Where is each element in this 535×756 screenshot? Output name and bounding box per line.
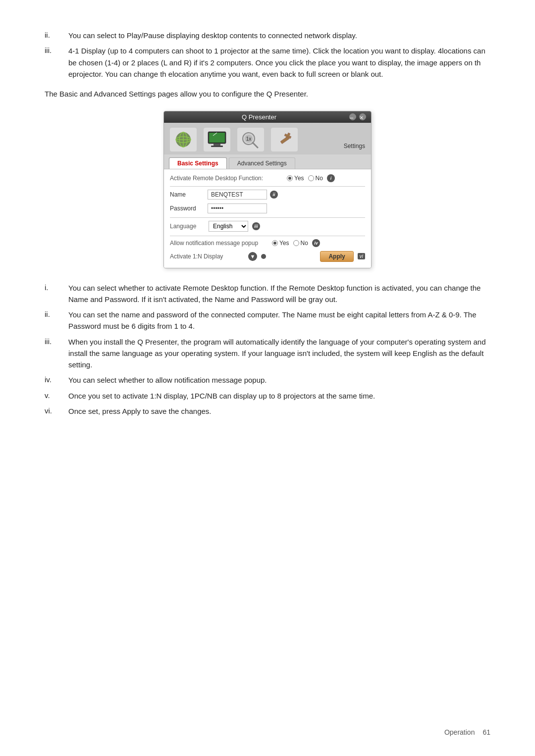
qp-notification-no-radio[interactable]: No xyxy=(293,240,308,247)
list-item-iii: iii. 4-1 Display (up to 4 computers can … xyxy=(45,45,490,80)
radio-yes-circle xyxy=(287,175,293,181)
apply-button[interactable]: Apply xyxy=(320,251,353,262)
qp-password-input[interactable] xyxy=(208,203,267,213)
qp-name-row: Name ii xyxy=(170,190,365,200)
bottom-text-i: You can select whether to activate Remot… xyxy=(68,282,490,305)
vi-badge: vi xyxy=(358,253,365,259)
name-info-badge: ii xyxy=(270,191,278,199)
qp-notification-label: Allow notification message popup xyxy=(170,240,269,247)
qp-activate-label: Activate 1:N Display xyxy=(170,253,244,260)
bottom-text-v: Once you set to activate 1:N display, 1P… xyxy=(68,390,490,402)
qpresenter-wrapper: Q Presenter – × xyxy=(45,111,490,268)
bottom-text-iv: You can select whether to allow notifica… xyxy=(68,374,490,386)
qp-notification-row: Allow notification message popup Yes No … xyxy=(170,239,365,247)
radio-no-circle xyxy=(308,175,314,181)
qp-remote-label: Activate Remote Desktop Function: xyxy=(170,175,284,182)
qp-remote-yes-radio[interactable]: Yes xyxy=(287,175,304,182)
qp-minimize-btn[interactable]: – xyxy=(349,113,356,120)
qp-tool-network-icon[interactable] xyxy=(170,128,197,151)
qp-remote-no-radio[interactable]: No xyxy=(308,175,323,182)
list-label-ii: ii. xyxy=(45,30,68,41)
qp-divider-2 xyxy=(170,217,365,218)
qp-remote-desktop-row: Activate Remote Desktop Function: Yes No… xyxy=(170,174,365,182)
svg-rect-14 xyxy=(280,136,289,144)
svg-rect-8 xyxy=(211,146,223,147)
list-text-ii: You can select to Play/Pause displaying … xyxy=(68,30,490,41)
qp-toolbar: 1x Settings xyxy=(164,123,371,154)
qp-activate-row: Activate 1:N Display ▼ Apply vi xyxy=(170,251,365,262)
qp-tool-zoom-icon[interactable]: 1x xyxy=(237,128,264,151)
bottom-list: i. You can select whether to activate Re… xyxy=(45,282,490,417)
bottom-label-v: v. xyxy=(45,390,68,402)
remote-info-badge: i xyxy=(327,174,335,182)
qp-password-label: Password xyxy=(170,205,205,212)
page-footer: Operation 61 xyxy=(444,728,490,736)
bottom-list-item-ii: ii. You can set the name and password of… xyxy=(45,309,490,332)
bottom-label-vi: vi. xyxy=(45,405,68,417)
bottom-label-iii: iii. xyxy=(45,336,68,371)
bottom-label-ii: ii. xyxy=(45,309,68,332)
footer-operation-label: Operation xyxy=(444,728,475,736)
tab-advanced-settings[interactable]: Advanced Settings xyxy=(229,157,295,169)
qp-name-label: Name xyxy=(170,191,205,198)
qp-titlebar: Q Presenter – × xyxy=(164,111,371,123)
bottom-label-iv: iv. xyxy=(45,374,68,386)
svg-line-12 xyxy=(253,143,258,148)
qp-settings-label: Settings xyxy=(344,143,365,151)
svg-text:1x: 1x xyxy=(246,136,252,142)
qp-remote-radio-group: Yes No i xyxy=(287,174,335,182)
qp-divider-3 xyxy=(170,236,365,236)
qp-titlebar-buttons: – × xyxy=(349,113,366,120)
bottom-label-i: i. xyxy=(45,282,68,305)
bottom-list-item-iii: iii. When you install the Q Presenter, t… xyxy=(45,336,490,371)
footer-page-number: 61 xyxy=(482,728,490,736)
bottom-list-item-iv: iv. You can select whether to allow noti… xyxy=(45,374,490,386)
qp-name-input[interactable] xyxy=(208,190,267,200)
list-label-iii: iii. xyxy=(45,45,68,80)
qp-title: Q Presenter xyxy=(169,113,349,121)
qp-language-row: Language English iii xyxy=(170,221,365,232)
intro-paragraph: The Basic and Advanced Settings pages al… xyxy=(45,89,490,100)
qp-close-btn[interactable]: × xyxy=(359,113,366,120)
qp-notification-radio-group: Yes No iv xyxy=(272,239,320,247)
bottom-list-item-vi: vi. Once set, press Apply to save the ch… xyxy=(45,405,490,417)
activate-1n-dot xyxy=(261,254,266,259)
qp-divider-1 xyxy=(170,186,365,187)
qp-body: Activate Remote Desktop Function: Yes No… xyxy=(164,169,371,268)
qpresenter-window: Q Presenter – × xyxy=(163,111,372,268)
list-text-iii: 4-1 Display (up to 4 computers can shoot… xyxy=(68,45,490,80)
radio-notif-yes-circle xyxy=(272,240,278,246)
qp-tool-monitor-icon[interactable] xyxy=(204,128,230,151)
bottom-list-item-i: i. You can select whether to activate Re… xyxy=(45,282,490,305)
top-list: ii. You can select to Play/Pause display… xyxy=(45,30,490,80)
bottom-list-item-v: v. Once you set to activate 1:N display,… xyxy=(45,390,490,402)
qp-notification-yes-radio[interactable]: Yes xyxy=(272,240,289,247)
svg-rect-7 xyxy=(214,144,220,146)
bottom-text-vi: Once set, press Apply to save the change… xyxy=(68,405,490,417)
qp-language-select[interactable]: English xyxy=(209,221,248,232)
tab-basic-settings[interactable]: Basic Settings xyxy=(169,157,227,169)
notification-info-badge: iv xyxy=(312,239,320,247)
language-info-badge: iii xyxy=(252,222,260,230)
radio-notif-no-circle xyxy=(293,240,299,246)
svg-rect-6 xyxy=(209,133,225,143)
qp-tabs: Basic Settings Advanced Settings xyxy=(164,154,371,169)
activate-1n-icon: ▼ xyxy=(248,252,257,261)
qp-language-label: Language xyxy=(170,223,205,230)
qp-password-row: Password xyxy=(170,203,365,213)
page-content: ii. You can select to Play/Pause display… xyxy=(0,0,535,460)
list-item-ii: ii. You can select to Play/Pause display… xyxy=(45,30,490,41)
bottom-text-ii: You can set the name and password of the… xyxy=(68,309,490,332)
qp-tool-settings-icon[interactable] xyxy=(271,128,298,151)
bottom-text-iii: When you install the Q Presenter, the pr… xyxy=(68,336,490,371)
